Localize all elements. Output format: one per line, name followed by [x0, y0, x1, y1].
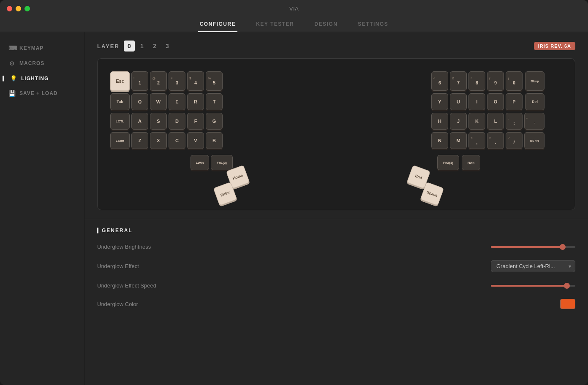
- layer-row: LAYER 0 1 2 3 IRIS REV. 6A: [97, 41, 575, 52]
- traffic-lights: [7, 6, 30, 11]
- key-e[interactable]: E: [169, 93, 185, 110]
- underglow-brightness-slider[interactable]: [491, 246, 575, 248]
- layer-btn-0[interactable]: 0: [124, 41, 135, 52]
- key-quot[interactable]: "-: [524, 113, 544, 130]
- setting-underglow-effect: Underglow Effect Gradient Cycle Left-Ri.…: [97, 260, 575, 272]
- sidebar-item-lighting[interactable]: 💡 LIGHTING: [0, 71, 84, 86]
- key-lshft[interactable]: LShft: [110, 132, 130, 149]
- key-tab[interactable]: Tab: [110, 93, 130, 110]
- key-slsh[interactable]: ?/: [506, 132, 523, 149]
- underglow-effect-speed-label: Underglow Effect Speed: [97, 282, 156, 289]
- key-dot[interactable]: >.: [487, 132, 504, 149]
- underglow-color-label: Underglow Color: [97, 301, 138, 307]
- sidebar-item-keymap-label: KEYMAP: [19, 45, 44, 51]
- close-button[interactable]: [7, 6, 12, 11]
- key-o[interactable]: O: [487, 93, 504, 110]
- key-j[interactable]: J: [450, 113, 467, 130]
- sidebar-item-save-load[interactable]: 💾 SAVE + LOAD: [0, 86, 84, 101]
- key-fn2[interactable]: Fn2(3): [437, 155, 459, 170]
- tab-key-tester[interactable]: KEY TESTER: [254, 17, 296, 32]
- setting-underglow-brightness: Underglow Brightness: [97, 244, 575, 250]
- key-l[interactable]: L: [487, 113, 504, 130]
- key-lctl[interactable]: LCTL: [110, 113, 130, 130]
- sidebar-item-macros[interactable]: ⊙ MACROS: [0, 56, 84, 71]
- key-t[interactable]: T: [206, 93, 223, 110]
- key-u[interactable]: U: [450, 93, 467, 110]
- key-bksp[interactable]: Bksp: [525, 71, 544, 91]
- key-b[interactable]: B: [206, 132, 223, 149]
- titlebar: VIA: [0, 0, 588, 17]
- underglow-effect-select[interactable]: Gradient Cycle Left-Ri...: [491, 260, 575, 272]
- slider-fill-brightness: [491, 246, 563, 248]
- sidebar-item-keymap[interactable]: ⌨ KEYMAP: [0, 41, 84, 56]
- key-esc[interactable]: Esc: [110, 71, 130, 91]
- key-lwin[interactable]: LWin: [191, 155, 209, 170]
- key-c[interactable]: C: [169, 132, 185, 149]
- sidebar-item-save-label: SAVE + LOAD: [19, 90, 57, 96]
- underglow-effect-speed-slider[interactable]: [491, 285, 575, 287]
- nav-tabs: CONFIGURE KEY TESTER DESIGN SETTINGS: [0, 17, 588, 32]
- key-8[interactable]: *8: [468, 71, 485, 91]
- key-y[interactable]: Y: [431, 93, 448, 110]
- key-6[interactable]: ^6: [431, 71, 448, 91]
- key-f[interactable]: F: [187, 113, 204, 130]
- key-k[interactable]: K: [468, 113, 485, 130]
- key-2[interactable]: @2: [150, 71, 167, 91]
- layer-text: LAYER: [97, 43, 120, 49]
- maximize-button[interactable]: [24, 6, 30, 11]
- key-r[interactable]: R: [187, 93, 204, 110]
- key-ralt[interactable]: RAlt: [462, 155, 480, 170]
- slider-thumb-brightness[interactable]: [560, 244, 566, 250]
- key-0[interactable]: )0: [506, 71, 523, 91]
- key-7[interactable]: &7: [450, 71, 467, 91]
- key-h[interactable]: H: [431, 113, 448, 130]
- slider-track-speed: [491, 285, 575, 287]
- key-9[interactable]: (9: [487, 71, 504, 91]
- key-m[interactable]: M: [450, 132, 467, 149]
- key-3[interactable]: #3: [169, 71, 185, 91]
- keyboard-display: Esc !1 @2 #3 $4 %5 Tab Q W E R T: [97, 58, 575, 210]
- key-v[interactable]: V: [187, 132, 204, 149]
- key-g[interactable]: G: [206, 113, 223, 130]
- key-semi[interactable]: :;: [506, 113, 523, 130]
- layer-btn-1[interactable]: 1: [136, 41, 147, 52]
- key-z[interactable]: Z: [131, 132, 148, 149]
- minimize-button[interactable]: [16, 6, 21, 11]
- slider-thumb-speed[interactable]: [564, 283, 570, 289]
- key-s[interactable]: S: [150, 113, 167, 130]
- lighting-icon: 💡: [10, 75, 17, 81]
- key-fn1[interactable]: Fn1(3): [211, 155, 233, 170]
- layer-btn-3[interactable]: 3: [162, 41, 173, 52]
- key-q[interactable]: Q: [131, 93, 148, 110]
- underglow-effect-dropdown-wrapper: Gradient Cycle Left-Ri...: [491, 260, 575, 272]
- section-indicator: [97, 228, 98, 233]
- section-divider: [84, 219, 588, 219]
- keyboard-badge: IRIS REV. 6A: [534, 42, 575, 50]
- active-indicator: [3, 76, 4, 81]
- key-d[interactable]: D: [169, 113, 185, 130]
- layer-btn-2[interactable]: 2: [149, 41, 160, 52]
- key-i[interactable]: I: [468, 93, 485, 110]
- sidebar-item-lighting-label: LIGHTING: [21, 76, 49, 81]
- underglow-color-swatch[interactable]: [560, 299, 575, 309]
- tab-settings[interactable]: SETTINGS: [356, 17, 390, 32]
- key-comm[interactable]: <,: [468, 132, 485, 149]
- key-a[interactable]: A: [131, 113, 148, 130]
- window-title: VIA: [289, 5, 299, 12]
- key-p[interactable]: P: [506, 93, 523, 110]
- tab-design[interactable]: DESIGN: [313, 17, 339, 32]
- key-1[interactable]: !1: [131, 71, 148, 91]
- key-w[interactable]: W: [150, 93, 167, 110]
- key-4[interactable]: $4: [187, 71, 204, 91]
- key-rshft[interactable]: RShft: [524, 132, 544, 149]
- key-5[interactable]: %5: [206, 71, 223, 91]
- keyboard-icon: ⌨: [8, 45, 15, 52]
- key-n[interactable]: N: [431, 132, 448, 149]
- main-content: ⌨ KEYMAP ⊙ MACROS 💡 LIGHTING 💾 SAVE + LO…: [0, 32, 588, 385]
- key-x[interactable]: X: [150, 132, 167, 149]
- general-title: GENERAL: [97, 228, 575, 233]
- macros-icon: ⊙: [8, 60, 15, 67]
- setting-underglow-color: Underglow Color: [97, 299, 575, 309]
- tab-configure[interactable]: CONFIGURE: [198, 17, 238, 32]
- key-del[interactable]: Del: [525, 93, 544, 110]
